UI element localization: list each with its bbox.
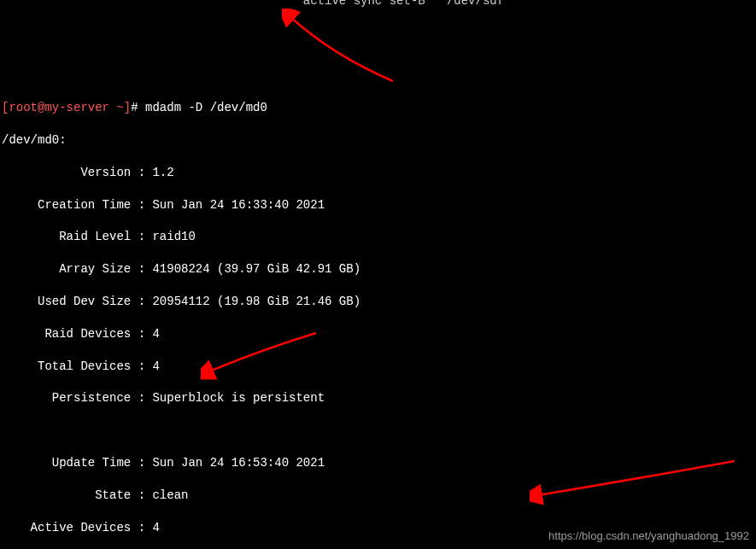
prompt-hash: #: [131, 101, 145, 114]
command-text: mdadm -D /dev/md0: [145, 101, 267, 114]
partial-previous-output: active sync set-B /dev/sdf: [2, 0, 504, 9]
annotation-arrow-icon: [282, 9, 410, 94]
prompt-user-host: [root@my-server ~]: [2, 101, 131, 114]
watermark-text: https://blog.csdn.net/yanghuadong_1992: [548, 529, 749, 544]
field-creation-time: Creation Time : Sun Jan 24 16:33:40 2021: [2, 197, 754, 213]
field-total-devices: Total Devices : 4: [2, 359, 754, 375]
field-used-dev-size: Used Dev Size : 20954112 (19.98 GiB 21.4…: [2, 294, 754, 310]
field-update-time: Update Time : Sun Jan 24 16:53:40 2021: [2, 455, 754, 471]
prompt-line-1: [root@my-server ~]# mdadm -D /dev/md0: [2, 100, 754, 116]
blank-line-1: [2, 423, 754, 439]
field-version: Version : 1.2: [2, 165, 754, 181]
field-persistence: Persistence : Superblock is persistent: [2, 390, 754, 406]
field-array-size: Array Size : 41908224 (39.97 GiB 42.91 G…: [2, 261, 754, 277]
device-header: /dev/md0:: [2, 132, 754, 149]
field-state: State : clean: [2, 488, 754, 504]
field-raid-level: Raid Level : raid10: [2, 229, 754, 245]
field-raid-devices: Raid Devices : 4: [2, 326, 754, 342]
